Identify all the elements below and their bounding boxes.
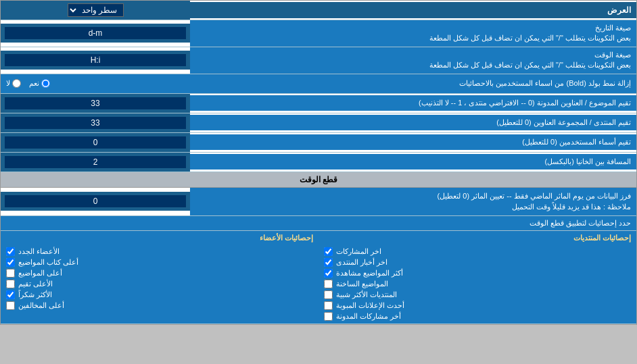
topic-order-row: تقيم الموضوع / العناوين المدونة (0 -- ال… bbox=[1, 94, 636, 113]
checkboxes-section: إحصائيات المنتديات اخر المشاركات اخر أخب… bbox=[1, 231, 636, 324]
cutoff-input-cell bbox=[1, 192, 190, 211]
display-mode-select[interactable]: سطر واحد سطرين ثلاثة أسطر bbox=[68, 3, 124, 17]
checkbox-label-col2-0: الأعضاء الجدد bbox=[18, 247, 60, 256]
checkbox-item-col1-0: اخر المشاركات bbox=[324, 247, 631, 256]
gap-input-cell bbox=[1, 153, 190, 172]
bold-no-text: لا bbox=[6, 79, 10, 88]
checkbox-col2-1[interactable] bbox=[6, 258, 15, 267]
checkbox-item-col2-3: الأعلى تقيم bbox=[6, 280, 313, 288]
col1-header: إحصائيات المنتديات bbox=[324, 234, 631, 242]
checkbox-item-col2-0: الأعضاء الجدد bbox=[6, 247, 313, 256]
bold-label: إزالة نمط بولد (Bold) من اسماء المستخدمي… bbox=[50, 79, 631, 88]
checkbox-col1-3[interactable] bbox=[324, 280, 333, 288]
checkbox-label-col2-5: أعلى المخالفين bbox=[18, 301, 64, 310]
bold-yes-label[interactable]: نعم bbox=[29, 79, 50, 88]
forum-order-input[interactable] bbox=[5, 117, 186, 129]
checkbox-label-col1-2: أكثر المواضيع مشاهدة bbox=[336, 269, 403, 278]
cutoff-section-header: قطع الوقت bbox=[1, 172, 636, 188]
cutoff-input[interactable] bbox=[5, 195, 186, 207]
date-format-input[interactable] bbox=[5, 27, 186, 39]
forum-order-row: تقيم المنتدى / المجموعة العناوين (0 للتع… bbox=[1, 113, 636, 133]
bold-no-radio[interactable] bbox=[12, 79, 21, 88]
cutoff-row: فرز البيانات من يوم الماثر الماضي فقط --… bbox=[1, 188, 636, 216]
main-container: العرض سطر واحد سطرين ثلاثة أسطر صيغة الت… bbox=[0, 0, 637, 325]
checkbox-col2-3[interactable] bbox=[6, 280, 15, 288]
user-order-row: تقيم أسماء المستخدمين (0 للتعطيل) bbox=[1, 133, 636, 153]
checkbox-col2-2[interactable] bbox=[6, 269, 15, 278]
checkbox-col1-5[interactable] bbox=[324, 301, 333, 310]
checkbox-item-col2-2: أعلى المواضيع bbox=[6, 269, 313, 278]
checkbox-item-col1-1: اخر أخبار المنتدى bbox=[324, 258, 631, 267]
gap-label: المسافة بين الخانيا (بالبكسل) bbox=[190, 154, 636, 170]
checkbox-item-col1-6: أخر مشاركات المدونة bbox=[324, 312, 631, 321]
user-order-input[interactable] bbox=[5, 136, 186, 149]
time-format-input[interactable] bbox=[5, 54, 186, 66]
bold-radio-container: إزالة نمط بولد (Bold) من اسماء المستخدمي… bbox=[1, 74, 636, 93]
gap-input[interactable] bbox=[5, 156, 186, 168]
bold-no-label[interactable]: لا bbox=[6, 79, 21, 88]
bold-radio-options: نعم لا bbox=[6, 79, 50, 88]
checkbox-item-col2-4: الأكثر شكراً bbox=[6, 290, 313, 299]
stat-limit-row: حدد إحصائيات لتطبيق قطع الوقت bbox=[1, 216, 636, 231]
checkbox-col1-6[interactable] bbox=[324, 312, 333, 321]
time-format-input-cell bbox=[1, 51, 190, 70]
date-format-row: صيغة التاريخ بعض التكوينات يتطلب "/" الت… bbox=[1, 20, 636, 47]
date-format-label: صيغة التاريخ بعض التكوينات يتطلب "/" الت… bbox=[190, 20, 636, 47]
header-label: العرض bbox=[190, 2, 636, 19]
checkbox-col2-4[interactable] bbox=[6, 290, 15, 299]
gap-row: المسافة بين الخانيا (بالبكسل) bbox=[1, 153, 636, 172]
forum-order-input-cell bbox=[1, 113, 190, 132]
topic-order-label: تقيم الموضوع / العناوين المدونة (0 -- ال… bbox=[190, 95, 636, 111]
bold-yes-radio[interactable] bbox=[41, 79, 50, 88]
checkbox-label-col1-6: أخر مشاركات المدونة bbox=[336, 312, 401, 321]
date-format-input-cell bbox=[1, 24, 190, 43]
time-format-row: صيغة الوقت بعض التكوينات يتطلب "/" التي … bbox=[1, 47, 636, 74]
topic-order-input-cell bbox=[1, 94, 190, 113]
col2-header: إحصائيات الأعضاء bbox=[6, 234, 313, 242]
checkbox-col1-4[interactable] bbox=[324, 290, 333, 299]
checkbox-item-col2-5: أعلى المخالفين bbox=[6, 301, 313, 310]
checkbox-label-col2-2: أعلى المواضيع bbox=[18, 269, 62, 278]
checkbox-label-col2-1: أعلى كتاب المواضيع bbox=[18, 258, 78, 267]
checkbox-item-col1-3: المواضيع الساخنة bbox=[324, 280, 631, 288]
display-mode-cell: سطر واحد سطرين ثلاثة أسطر bbox=[1, 1, 190, 20]
checkbox-item-col2-1: أعلى كتاب المواضيع bbox=[6, 258, 313, 267]
bold-yes-text: نعم bbox=[29, 79, 39, 88]
checkbox-item-col1-2: أكثر المواضيع مشاهدة bbox=[324, 269, 631, 278]
col2-member-stats: إحصائيات الأعضاء الأعضاء الجدد أعلى كتاب… bbox=[1, 231, 318, 323]
checkbox-col2-5[interactable] bbox=[6, 301, 15, 310]
checkbox-item-col1-4: المنتديات الأكثر شبية bbox=[324, 290, 631, 299]
checkbox-label-col1-4: المنتديات الأكثر شبية bbox=[336, 290, 397, 299]
checkbox-col1-2[interactable] bbox=[324, 269, 333, 278]
checkbox-col1-1[interactable] bbox=[324, 258, 333, 267]
cutoff-label: فرز البيانات من يوم الماثر الماضي فقط --… bbox=[190, 188, 636, 215]
header-row: العرض سطر واحد سطرين ثلاثة أسطر bbox=[1, 1, 636, 20]
forum-order-label: تقيم المنتدى / المجموعة العناوين (0 للتع… bbox=[190, 115, 636, 130]
user-order-input-cell bbox=[1, 133, 190, 152]
time-format-label: صيغة الوقت بعض التكوينات يتطلب "/" التي … bbox=[190, 47, 636, 74]
checkbox-label-col2-4: الأكثر شكراً bbox=[18, 290, 52, 299]
checkbox-label-col1-5: أحدث الإعلانات المبوبة bbox=[336, 301, 404, 310]
checkbox-label-col1-3: المواضيع الساخنة bbox=[336, 280, 388, 288]
col1-forum-stats: إحصائيات المنتديات اخر المشاركات اخر أخب… bbox=[318, 231, 636, 323]
checkbox-label-col1-0: اخر المشاركات bbox=[336, 247, 381, 256]
user-order-label: تقيم أسماء المستخدمين (0 للتعطيل) bbox=[190, 134, 636, 150]
bold-remove-row: إزالة نمط بولد (Bold) من اسماء المستخدمي… bbox=[1, 74, 636, 94]
checkbox-label-col2-3: الأعلى تقيم bbox=[18, 280, 53, 288]
checkbox-label-col1-1: اخر أخبار المنتدى bbox=[336, 258, 387, 267]
checkbox-col2-0[interactable] bbox=[6, 247, 15, 256]
checkbox-item-col1-5: أحدث الإعلانات المبوبة bbox=[324, 301, 631, 310]
topic-order-input[interactable] bbox=[5, 97, 186, 109]
checkboxes-row: إحصائيات المنتديات اخر المشاركات اخر أخب… bbox=[1, 231, 636, 323]
checkbox-col1-0[interactable] bbox=[324, 247, 333, 256]
